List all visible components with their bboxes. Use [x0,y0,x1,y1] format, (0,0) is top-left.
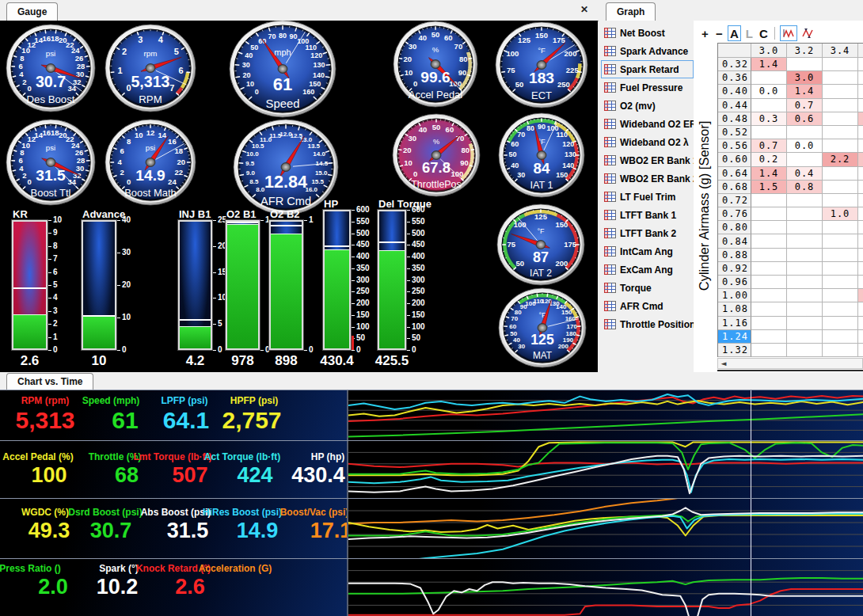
signal-item-throttle-position[interactable]: Throttle Position [601,315,694,333]
table-cell[interactable] [751,221,787,234]
table-cell[interactable] [751,99,787,112]
table-cell-partial[interactable] [858,71,863,85]
zoom-out-button[interactable]: − [713,25,725,41]
table-cell[interactable]: 1.5 [751,181,787,194]
table-cell[interactable]: 0.7 [787,99,823,112]
table-cell[interactable] [787,126,823,139]
table-row-header-1.32[interactable]: 1.32 [718,344,751,357]
table-cell[interactable] [751,276,787,289]
mode-l-button[interactable]: L [743,25,755,41]
table-cell[interactable] [823,221,858,234]
table-cell[interactable] [787,289,823,302]
table-cell[interactable] [751,207,787,221]
table-cell[interactable] [823,112,858,126]
signal-item-net-boost[interactable]: Net Boost [601,24,694,42]
signal-item-fuel-pressure[interactable]: Fuel Pressure [601,78,694,97]
table-cell-partial[interactable] [858,153,863,166]
signal-item-wideband-o2-er[interactable]: Wideband O2 ER [601,115,694,133]
table-cell[interactable]: 0.0 [751,85,787,98]
table-cell[interactable] [751,330,787,344]
chart-cursor[interactable] [751,390,751,616]
mode-c-button[interactable]: C [758,25,770,41]
signal-item-wideband-o2[interactable]: Wideband O2 λ [601,133,694,151]
table-cell[interactable] [787,58,823,71]
table-cell-partial[interactable] [858,58,863,71]
table-cell-partial[interactable] [858,276,863,289]
table-cell[interactable] [787,317,823,330]
table-cell-partial[interactable] [858,167,863,181]
table-cell[interactable] [751,289,787,302]
table-cell[interactable] [787,302,823,316]
table-cell[interactable] [751,249,787,262]
table-cell[interactable] [823,317,858,330]
zoom-in-button[interactable]: + [699,25,711,41]
table-cell[interactable] [823,344,858,357]
signal-item-wbo2-er-bank-1[interactable]: WBO2 ER Bank 1 [601,151,694,169]
table-row-header-1.08[interactable]: 1.08 [718,302,751,316]
table-cell[interactable] [823,99,858,112]
table-row-header-1.00[interactable]: 1.00 [718,289,751,302]
table-row-header-0.56[interactable]: 0.56 [718,139,751,153]
table-row-header-0.40[interactable]: 0.40 [718,85,751,98]
table-cell[interactable] [751,262,787,276]
table-cell[interactable] [823,139,858,153]
signal-item-o2-mv[interactable]: O2 (mv) [601,97,694,115]
table-row-header-0.96[interactable]: 0.96 [718,276,751,289]
table-row-header-0.80[interactable]: 0.80 [718,221,751,234]
table-cell-partial[interactable] [858,330,863,344]
signal-item-afr-cmd[interactable]: AFR Cmd [601,297,694,315]
table-cell[interactable] [823,126,858,139]
signal-item-spark-advance[interactable]: Spark Advance [601,42,694,60]
table-cell[interactable] [751,344,787,357]
table-cell[interactable]: 2.2 [823,153,858,166]
table-cell[interactable]: 0.0 [787,139,823,153]
table-cell[interactable]: 0.4 [787,167,823,181]
signal-item-wbo2-er-bank-2[interactable]: WBO2 ER Bank 2 [601,169,694,188]
table-cell[interactable]: 0.7 [751,139,787,153]
table-cell[interactable] [823,71,858,85]
table-cell-partial[interactable] [858,249,863,262]
table-cell-partial[interactable] [858,317,863,330]
table-cell[interactable] [787,221,823,234]
table-cell[interactable]: 1.4 [751,58,787,71]
table-cell-partial[interactable] [858,207,863,221]
table-cell[interactable] [823,181,858,194]
tab-graph[interactable]: Graph [606,2,656,21]
signal-item-ltft-bank-2[interactable]: LTFT Bank 2 [601,224,694,242]
table-cell[interactable]: 3.0 [787,71,823,85]
signal-item-torque[interactable]: Torque [601,279,694,297]
table-cell[interactable]: 1.4 [787,85,823,98]
table-cell-partial[interactable] [858,112,863,126]
signal-item-ltft-bank-1[interactable]: LTFT Bank 1 [601,206,694,224]
table-row-header-0.44[interactable]: 0.44 [718,99,751,112]
table-cell[interactable] [823,276,858,289]
tab-gauge[interactable]: Gauge [6,2,58,21]
table-cell[interactable] [823,289,858,302]
table-cell[interactable] [787,276,823,289]
table-cell[interactable]: 0.3 [751,112,787,126]
table-cell[interactable] [751,71,787,85]
table-row-header-0.60[interactable]: 0.60 [718,153,751,166]
table-cell[interactable] [823,194,858,207]
table-cell-partial[interactable] [858,194,863,207]
table-cell[interactable] [823,262,858,276]
scroll-left-button[interactable]: ◄ [718,359,729,367]
table-cell-partial[interactable] [858,221,863,234]
table-cell[interactable] [787,153,823,166]
table-cell[interactable] [787,234,823,248]
table-cell-partial[interactable] [858,99,863,112]
table-row-header-0.32[interactable]: 0.32 [718,58,751,71]
table-row-header-0.84[interactable]: 0.84 [718,234,751,248]
table-row-header-0.92[interactable]: 0.92 [718,262,751,276]
signal-item-intcam-ang[interactable]: IntCam Ang [601,242,694,260]
signal-item-excam-ang[interactable]: ExCam Ang [601,260,694,279]
table-cell-partial[interactable] [858,289,863,302]
table-cell[interactable]: 0.2 [751,153,787,166]
tab-chart-vs-time[interactable]: Chart vs. Time [6,373,93,390]
table-cell[interactable]: 1.0 [823,207,858,221]
table-cell[interactable]: 0.8 [787,181,823,194]
table-cell[interactable] [823,85,858,98]
table-row-header-0.48[interactable]: 0.48 [718,112,751,126]
table-cell[interactable]: 0.6 [787,112,823,126]
table-cell-partial[interactable] [858,234,863,248]
